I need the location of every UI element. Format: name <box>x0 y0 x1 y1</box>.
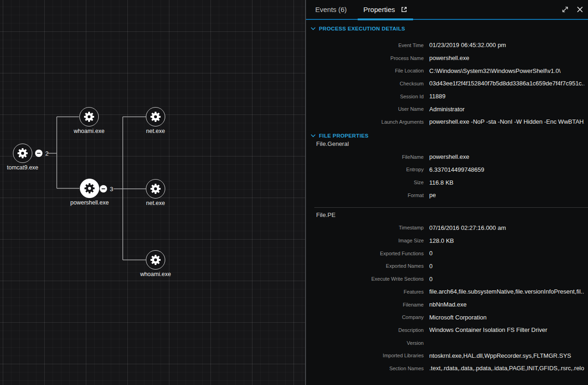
gear-icon <box>17 147 29 159</box>
property-row: Image Size 128.0 KB <box>306 234 588 247</box>
property-row: Filename nbNnMad.exe <box>306 298 588 311</box>
property-row: Size 116.8 KB <box>306 176 588 189</box>
chevron-down-icon <box>311 134 316 138</box>
property-row: File Location C:\Windows\System32\Window… <box>306 64 588 77</box>
group-name-file-pe: File.PE <box>316 211 588 220</box>
process-node-label: whoami.exe <box>119 271 192 277</box>
section-header-file-properties[interactable]: FILE PROPERTIES <box>311 133 588 138</box>
property-row: Entropy 6.337014499748659 <box>306 163 588 176</box>
process-node-label: whoami.exe <box>52 128 126 134</box>
group-name-file-general: File.General <box>316 139 588 149</box>
property-row: Launch Arguments powershell.exe -NoP -st… <box>306 115 588 128</box>
process-tree-canvas[interactable]: tomcat9.exe 2 whoami.exe <box>0 0 305 385</box>
tab-properties-label: Properties <box>363 6 395 13</box>
app-window: tomcat9.exe 2 whoami.exe <box>0 0 588 385</box>
minus-icon <box>35 150 42 157</box>
property-row: FileName powershell.exe <box>306 150 588 163</box>
property-row: Features file.arch64,file.subsystemNativ… <box>306 285 588 298</box>
minus-icon <box>100 185 107 192</box>
process-node-label: tomcat9.exe <box>0 164 60 171</box>
process-node-net-top[interactable] <box>146 107 165 126</box>
property-row: Event Time 01/23/2019 06:45:32.000 pm <box>306 39 588 52</box>
collapsed-children-badge[interactable]: 3 <box>100 185 113 192</box>
property-row: Version <box>306 337 588 349</box>
expand-panel-icon[interactable] <box>560 5 570 14</box>
chevron-down-icon <box>311 27 316 30</box>
section-title-text: PROCESS EXECUTION DETAILS <box>319 26 405 31</box>
property-row: Checksum 03d43ee1f2f4f152840f7b5d8dd3386… <box>306 77 588 90</box>
badge-count: 2 <box>45 150 48 157</box>
property-row: Session Id 11889 <box>306 90 588 103</box>
tab-events[interactable]: Events (6) <box>312 0 349 19</box>
property-row: Format pe <box>306 189 588 202</box>
panel-tab-bar: Events (6) Properties <box>306 0 588 20</box>
process-node-label: powershell.exe <box>53 199 126 206</box>
property-row: Imported Libraries ntoskrnl.exe,HAL.dll,… <box>306 349 588 362</box>
process-node-label: net.exe <box>119 128 192 134</box>
property-row: Execute Write Sections 0 <box>306 272 588 285</box>
property-row: Process Name powershell.exe <box>306 52 588 65</box>
property-row: Company Microsoft Corporation <box>306 311 588 324</box>
property-row: Timestamp 07/16/2016 02:27:16.000 am <box>306 222 588 235</box>
collapsed-children-badge[interactable]: 2 <box>35 150 48 157</box>
properties-panel-body[interactable]: PROCESS EXECUTION DETAILS Event Time 01/… <box>306 20 588 385</box>
gear-icon <box>83 111 95 123</box>
panel-window-controls <box>560 5 584 14</box>
process-node-label: net.exe <box>119 200 192 206</box>
property-row: Description Windows Container Isolation … <box>306 324 588 337</box>
tab-events-label: Events (6) <box>315 6 347 13</box>
tab-properties[interactable]: Properties <box>360 0 410 19</box>
section-header-process-execution-details[interactable]: PROCESS EXECUTION DETAILS <box>311 26 588 31</box>
property-row: Exported Names 0 <box>306 260 588 273</box>
process-node-tomcat9[interactable] <box>13 144 32 163</box>
property-row: Section Names .text,.rdata,.data,.pdata,… <box>306 362 588 375</box>
process-node-whoami-bottom[interactable] <box>146 250 165 270</box>
property-row: User Name Administrator <box>306 102 588 115</box>
gear-icon <box>150 183 162 195</box>
badge-count: 3 <box>110 186 113 192</box>
gear-icon <box>84 182 96 194</box>
property-row: Exported Functions 0 <box>306 247 588 260</box>
gear-icon <box>150 254 162 266</box>
properties-panel: Events (6) Properties <box>305 0 588 385</box>
process-node-powershell[interactable] <box>80 179 99 198</box>
process-node-net-mid[interactable] <box>146 179 165 199</box>
process-node-whoami-top[interactable] <box>79 107 99 126</box>
gear-icon <box>150 111 162 123</box>
close-panel-icon[interactable] <box>576 5 584 14</box>
section-title-text: FILE PROPERTIES <box>319 133 369 138</box>
group-divider <box>314 207 588 208</box>
open-in-new-window-icon[interactable] <box>401 6 408 13</box>
